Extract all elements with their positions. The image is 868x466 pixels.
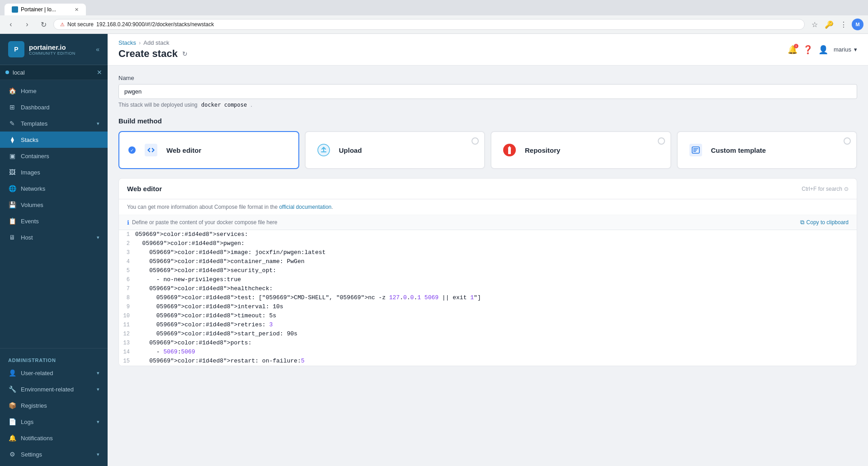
- code-line: 15 059669">color:#1d4ed8">restart: on-fa…: [119, 357, 857, 366]
- line-content: 059669">color:#1d4ed8">restart: on-failu…: [135, 357, 857, 366]
- environment-close-button[interactable]: ✕: [97, 69, 102, 76]
- repository-label: Repository: [525, 146, 560, 154]
- sidebar-item-registries[interactable]: 📦 Registries: [0, 397, 108, 414]
- address-bar[interactable]: ⚠ Not secure 192.168.0.240:9000/#!/2/doc…: [53, 19, 805, 30]
- help-button[interactable]: ❓: [803, 45, 813, 55]
- hint-suffix: .: [251, 102, 252, 108]
- custom-template-label: Custom template: [711, 146, 766, 154]
- sidebar-item-settings[interactable]: ⚙ Settings ▾: [0, 446, 108, 462]
- logo-text: portainer.io COMMUNITY EDITION: [29, 43, 75, 56]
- code-line: 3 059669">color:#1d4ed8">image: jocxfin/…: [119, 248, 857, 257]
- build-method-repository[interactable]: Repository: [491, 131, 671, 169]
- line-number: 13: [119, 339, 135, 348]
- menu-button[interactable]: ⋮: [837, 18, 850, 31]
- sidebar-item-logs[interactable]: 📄 Logs ▾: [0, 414, 108, 430]
- line-number: 15: [119, 357, 135, 366]
- sidebar-collapse-button[interactable]: «: [96, 46, 99, 53]
- code-line: 14 - 5069:5069: [119, 348, 857, 357]
- sidebar-item-dashboard[interactable]: ⊞ Dashboard: [0, 99, 108, 115]
- back-button[interactable]: ‹: [5, 18, 17, 31]
- search-hint-text: Ctrl+F for search: [802, 186, 842, 192]
- sidebar-item-label: Dashboard: [21, 104, 50, 111]
- sidebar-item-user-related[interactable]: 👤 User-related ▾: [0, 365, 108, 381]
- line-number: 2: [119, 239, 135, 248]
- page-title: Create stack: [118, 48, 178, 60]
- stacks-icon: ⧫: [8, 136, 16, 144]
- sidebar-item-templates[interactable]: ✎ Templates ▾: [0, 115, 108, 132]
- sidebar-environment: local ✕: [0, 65, 108, 80]
- code-line: 5 059669">color:#1d4ed8">security_opt:: [119, 266, 857, 275]
- notifications-bell-button[interactable]: 🔔 1: [788, 45, 797, 55]
- refresh-button[interactable]: ↻: [37, 18, 50, 31]
- sidebar-item-label: Events: [21, 218, 39, 225]
- browser-toolbar: ‹ › ↻ ⚠ Not secure 192.168.0.240:9000/#!…: [0, 15, 868, 34]
- line-number: 10: [119, 311, 135, 320]
- official-docs-link[interactable]: official documentation: [279, 204, 331, 210]
- line-content: 059669">color:#1d4ed8">timeout: 5s: [135, 311, 857, 320]
- extensions-button[interactable]: 🔑: [823, 18, 835, 31]
- sidebar-item-label: Environment-related: [21, 386, 74, 393]
- help-circle-icon: ⊙: [844, 186, 849, 192]
- build-method-label: Build method: [118, 117, 857, 125]
- breadcrumb: Stacks › Add stack: [118, 39, 188, 46]
- code-line: 1059669">color:#1d4ed8">services:: [119, 230, 857, 239]
- web-editor-header: Web editor Ctrl+F for search ⊙: [119, 179, 857, 199]
- content-area: Name This stack will be deployed using d…: [108, 66, 868, 375]
- upload-label: Upload: [339, 146, 362, 154]
- chevron-down-icon: ▾: [97, 386, 99, 392]
- line-content: 059669">color:#1d4ed8">pwgen:: [135, 239, 857, 248]
- sidebar-item-host[interactable]: 🖥 Host ▾: [0, 229, 108, 245]
- sidebar-item-home[interactable]: 🏠 Home: [0, 83, 108, 99]
- sidebar-item-events[interactable]: 📋 Events: [0, 213, 108, 229]
- editor-info-text: Define or paste the content of your dock…: [132, 219, 278, 226]
- sidebar-item-notifications[interactable]: 🔔 Notifications: [0, 430, 108, 446]
- build-method-custom-template[interactable]: Custom template: [677, 131, 858, 169]
- repository-icon: [500, 141, 519, 159]
- browser-actions: ☆ 🔑 ⋮ M: [808, 18, 863, 31]
- line-content: 059669">color:#1d4ed8">start_period: 90s: [135, 329, 857, 339]
- web-editor-radio: ✓: [128, 146, 136, 154]
- code-editor[interactable]: 1059669">color:#1d4ed8">services:2 05966…: [119, 230, 857, 366]
- user-profile-button[interactable]: 👤: [818, 45, 828, 55]
- refresh-icon[interactable]: ↻: [182, 50, 188, 57]
- page-title-row: Create stack ↻: [118, 48, 188, 60]
- notification-badge: 1: [794, 44, 798, 48]
- bookmark-button[interactable]: ☆: [808, 18, 821, 31]
- registries-icon: 📦: [8, 401, 16, 410]
- browser-tab[interactable]: Portainer | lo... ✕: [5, 4, 86, 15]
- chevron-down-icon: ▾: [97, 121, 99, 127]
- web-editor-section-title: Web editor: [127, 185, 162, 193]
- copy-to-clipboard-button[interactable]: ⧉ Copy to clipboard: [800, 219, 849, 226]
- sidebar-item-volumes[interactable]: 💾 Volumes: [0, 197, 108, 213]
- line-content: 059669">color:#1d4ed8">image: jocxfin/pw…: [135, 248, 857, 257]
- line-number: 7: [119, 284, 135, 293]
- browser-user-avatar[interactable]: M: [852, 19, 863, 30]
- sidebar-item-containers[interactable]: ▣ Containers: [0, 148, 108, 164]
- line-content: - 5069:5069: [135, 348, 857, 357]
- environment-item[interactable]: local: [5, 69, 25, 76]
- sidebar-item-label: Images: [21, 169, 40, 176]
- line-content: 059669">color:#1d4ed8">interval: 10s: [135, 302, 857, 311]
- security-warning-text: Not secure: [67, 21, 94, 28]
- sidebar-item-images[interactable]: 🖼 Images: [0, 164, 108, 180]
- build-method-upload[interactable]: Upload: [305, 131, 486, 169]
- main-content: Stacks › Add stack Create stack ↻ 🔔 1 ❓ …: [108, 34, 868, 466]
- sidebar-item-environment-related[interactable]: 🔧 Environment-related ▾: [0, 381, 108, 397]
- sidebar-item-stacks[interactable]: ⧫ Stacks: [0, 132, 108, 148]
- admin-section-label: Administration: [0, 352, 108, 365]
- code-line: 4 059669">color:#1d4ed8">container_name:…: [119, 257, 857, 266]
- stack-name-input[interactable]: [118, 84, 857, 99]
- sidebar-item-label: Settings: [21, 451, 42, 458]
- sidebar-item-networks[interactable]: 🌐 Networks: [0, 180, 108, 197]
- tab-title: Portainer | lo...: [21, 6, 56, 13]
- main-header: Stacks › Add stack Create stack ↻ 🔔 1 ❓ …: [108, 34, 868, 66]
- sidebar-item-label: Logs: [21, 419, 33, 425]
- user-menu[interactable]: marius ▾: [834, 46, 857, 53]
- tab-close-button[interactable]: ✕: [75, 7, 79, 13]
- build-method-web-editor[interactable]: ✓ Web editor: [118, 131, 299, 169]
- tab-favicon: [12, 6, 18, 13]
- sidebar-item-label: Stacks: [21, 137, 38, 143]
- forward-button[interactable]: ›: [21, 18, 33, 31]
- breadcrumb-parent-link[interactable]: Stacks: [118, 39, 136, 46]
- chevron-down-icon: ▾: [97, 235, 99, 240]
